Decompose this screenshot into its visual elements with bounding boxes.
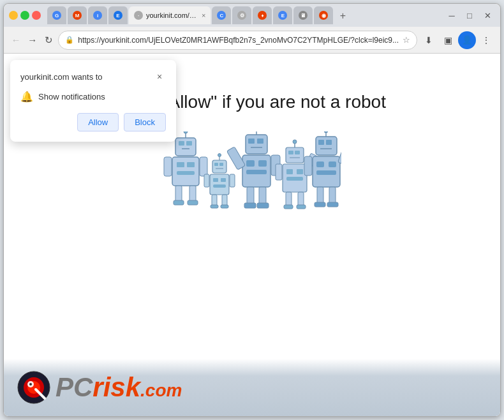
popup-close-button[interactable]: × [153,70,166,83]
svg-rect-40 [258,160,267,167]
svg-rect-7 [177,162,184,167]
profile-button[interactable]: 👤 [458,31,476,49]
download-button[interactable]: ⬇ [420,31,438,49]
svg-rect-10 [175,186,182,202]
svg-rect-1 [179,141,184,146]
tab-11[interactable]: ◉ [314,6,333,24]
block-button[interactable]: Block [124,113,166,131]
svg-rect-28 [211,205,218,208]
pcrisk-text: PCrisk.com [56,372,182,403]
svg-rect-45 [257,203,269,208]
extensions-button[interactable]: ▣ [439,31,457,49]
tab-2[interactable]: M [68,6,87,24]
svg-rect-30 [204,174,209,187]
bell-icon: 🔔 [20,91,33,103]
svg-rect-71 [316,161,324,167]
tab-8[interactable]: ♦ [253,6,272,24]
svg-rect-62 [276,164,282,180]
svg-rect-9 [177,171,195,175]
svg-rect-8 [187,162,195,167]
svg-rect-65 [318,140,324,145]
tab-active[interactable]: · yourkinit.com/UjELOV... × [129,6,211,24]
svg-rect-31 [230,174,235,187]
close-win-btn[interactable]: ✕ [480,8,495,23]
svg-rect-73 [316,170,336,175]
pc-text: PC [56,372,93,402]
close-window-button[interactable] [32,11,41,20]
address-bar[interactable]: 🔒 https://yourkinit.com/UjELOVetZ0MR1AWF… [58,31,417,50]
notification-popup: yourkinit.com wants to × 🔔 Show notifica… [10,60,176,142]
tab-1[interactable]: G [47,6,66,24]
back-button[interactable]: ← [9,31,23,49]
svg-rect-34 [257,139,263,144]
tab-10[interactable]: 🖥 [293,6,313,24]
tab-9-favicon: E [278,11,287,20]
tab-active-favicon: · [134,11,143,20]
svg-rect-41 [246,170,267,174]
svg-rect-43 [259,187,266,205]
svg-rect-16 [212,160,226,173]
svg-rect-79 [338,146,341,165]
svg-rect-26 [212,195,217,206]
tab-6[interactable]: C [212,6,231,24]
svg-rect-56 [297,169,303,174]
svg-rect-32 [246,135,267,154]
page-content: yourkinit.com wants to × 🔔 Show notifica… [4,54,500,416]
forward-button[interactable]: → [26,31,40,49]
reload-button[interactable]: ↻ [42,31,56,49]
toolbar: ← → ↻ 🔒 https://yourkinit.com/UjELOVetZ0… [4,27,500,54]
svg-rect-76 [315,202,325,207]
tab-bar: G M i E · yourkinit.com/UjELOV... × C [47,6,441,24]
svg-rect-24 [221,178,226,182]
tab-3[interactable]: i [88,6,107,24]
svg-rect-78 [304,156,312,176]
pcrisk-logo: PCrisk.com [17,370,182,405]
com-text: .com [140,380,182,400]
bookmark-star-icon[interactable]: ☆ [403,35,410,45]
svg-rect-11 [189,186,196,202]
svg-rect-59 [298,192,304,206]
svg-rect-60 [284,205,293,209]
pcrisk-icon-svg [17,370,52,405]
svg-rect-49 [288,151,293,154]
tab-7-favicon: ⚙ [237,11,246,20]
minimize-win-btn[interactable]: ─ [444,8,459,23]
svg-rect-2 [186,141,192,146]
svg-rect-33 [248,139,255,144]
allow-button[interactable]: Allow [77,113,119,131]
browser-window: G M i E · yourkinit.com/UjELOV... × C [3,3,501,417]
new-tab-button[interactable]: + [334,8,351,24]
svg-rect-61 [297,205,306,209]
title-bar: G M i E · yourkinit.com/UjELOV... × C [4,4,500,27]
tab-3-favicon: i [93,11,102,20]
svg-rect-44 [244,203,256,208]
minimize-button[interactable] [9,11,18,20]
maximize-button[interactable] [20,11,29,20]
svg-point-85 [29,383,32,386]
tab-close-button[interactable]: × [202,11,205,19]
tab-2-favicon: M [73,11,82,20]
svg-rect-48 [286,147,304,163]
tab-4[interactable]: E [108,6,128,24]
robots-svg [163,131,341,234]
lock-icon: 🔒 [65,36,74,44]
svg-rect-57 [286,177,303,181]
svg-rect-77 [327,202,338,207]
permission-label: Show notifications [38,92,105,101]
tab-7[interactable]: ⚙ [232,6,251,24]
risk-text: risk [93,372,140,402]
tab-8-favicon: ♦ [258,11,267,20]
robots-illustration [163,131,341,234]
svg-point-69 [324,131,328,133]
popup-title: yourkinit.com wants to [20,72,103,82]
svg-rect-14 [164,157,172,176]
tab-9[interactable]: E [273,6,292,24]
window-controls [9,11,41,20]
restore-win-btn[interactable]: □ [462,8,477,23]
svg-point-5 [184,131,188,133]
svg-rect-18 [219,163,223,166]
popup-buttons: Allow Block [20,113,166,131]
footer-area: PCrisk.com [4,359,500,416]
menu-button[interactable]: ⋮ [477,31,495,49]
svg-rect-50 [295,151,300,154]
